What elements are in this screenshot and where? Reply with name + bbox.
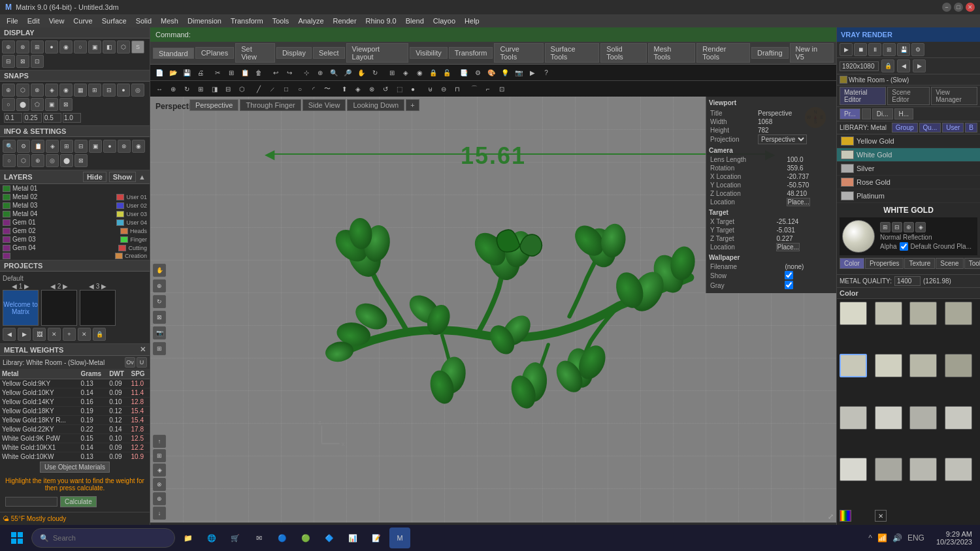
menu-edit[interactable]: Edit	[24, 16, 44, 25]
swatch-4[interactable]	[945, 302, 972, 325]
taskbar-app1[interactable]: 🔵	[272, 527, 293, 548]
tb2-array[interactable]: ⊟	[221, 82, 235, 95]
use-object-materials-btn[interactable]: Use Object Materials	[40, 462, 110, 473]
snap-val-3[interactable]	[43, 113, 61, 123]
swatch-12[interactable]	[945, 406, 972, 430]
display-tool-5[interactable]: ◉	[59, 40, 73, 54]
layer-row-metal02[interactable]: Metal 02 User 01	[0, 193, 150, 201]
wg-prop-tools[interactable]: Tools	[964, 258, 980, 269]
tb2-extrude[interactable]: ⬆	[338, 82, 351, 95]
vp-nav-5[interactable]: ⊕	[153, 492, 166, 505]
view-tab-side-view[interactable]: Side View	[302, 99, 346, 111]
layer-row-gem03[interactable]: Gem 03 Finger	[0, 235, 150, 244]
info-tool-9[interactable]: ⊗	[118, 140, 131, 153]
vp-nav-6[interactable]: ↓	[153, 507, 166, 520]
maximize-button[interactable]: □	[954, 3, 963, 12]
tb2-move[interactable]: ↔	[153, 82, 166, 95]
project-thumb-2[interactable]	[41, 290, 77, 326]
tb-lock[interactable]: 🔒	[427, 66, 440, 79]
snap-13[interactable]: ⬠	[31, 98, 44, 111]
project-fwd-btn[interactable]: ▶	[18, 328, 31, 341]
tb-cut[interactable]: ✂	[211, 66, 224, 79]
tb-grid[interactable]: ⊞	[385, 66, 399, 79]
info-tool-3[interactable]: 📋	[31, 140, 44, 153]
search-input[interactable]	[53, 534, 151, 542]
vray-settings-btn[interactable]: ⚙	[911, 43, 924, 56]
lib-b-btn[interactable]: B	[965, 123, 977, 133]
tb-help-icon[interactable]: ?	[540, 66, 553, 79]
display-tool-2[interactable]: ⊗	[16, 40, 29, 54]
color-picker-icon[interactable]	[840, 510, 851, 522]
taskbar-app5[interactable]: 📝	[366, 527, 387, 548]
menu-mesh[interactable]: Mesh	[157, 16, 182, 25]
tb-zoom-ext[interactable]: ⊕	[314, 66, 327, 79]
menu-tools[interactable]: Tools	[269, 16, 293, 25]
swatch-8[interactable]	[945, 354, 972, 377]
tb2-revolve[interactable]: ↺	[379, 82, 392, 95]
mw-table-row[interactable]: Yellow Gold:18KY R...0.190.1215.4	[0, 416, 150, 425]
nav-ext-icon[interactable]: ⊠	[153, 311, 166, 324]
nav-rotate-icon[interactable]: ↻	[153, 295, 166, 308]
swatch-11[interactable]	[909, 406, 937, 430]
tab-new-in-v5[interactable]: New in V5	[790, 43, 834, 63]
tb-redo[interactable]: ↪	[283, 66, 296, 79]
menu-dimension[interactable]: Dimension	[184, 16, 225, 25]
tb2-copy2[interactable]: ⊕	[167, 82, 180, 95]
view-tab-looking-down[interactable]: Looking Down	[347, 99, 404, 111]
tb-prop[interactable]: ⚙	[471, 66, 484, 79]
tab-cplanes[interactable]: CPlanes	[195, 47, 235, 59]
vray-save-btn[interactable]: 💾	[897, 43, 910, 56]
tab-standard[interactable]: Standard	[153, 48, 194, 59]
swatch-15[interactable]	[909, 458, 937, 481]
layer-row-creation[interactable]: Creation	[0, 252, 150, 260]
swatch-13[interactable]	[840, 458, 867, 481]
layers-show-btn[interactable]: Show	[109, 172, 136, 182]
tab-solid-tools[interactable]: Solid Tools	[600, 43, 646, 63]
view-tab-perspective[interactable]: Perspective	[189, 99, 238, 111]
nav-cam-icon[interactable]: 📷	[153, 326, 166, 339]
snap-8[interactable]: ⊟	[103, 84, 116, 97]
info-tool-13[interactable]: ⊕	[31, 154, 44, 167]
search-box[interactable]: 🔍	[31, 528, 175, 548]
show-checkbox[interactable]	[785, 271, 793, 279]
info-tool-16[interactable]: ⊠	[74, 154, 88, 167]
swatch-7[interactable]	[909, 354, 937, 377]
mw-table-row[interactable]: White Gold:10KW0.130.0910.9	[0, 452, 150, 460]
info-tool-7[interactable]: ▣	[89, 140, 102, 153]
tb2-line[interactable]: ╱	[252, 82, 265, 95]
place-btn[interactable]: Place...	[787, 198, 809, 206]
lib-user-btn[interactable]: User	[942, 123, 964, 133]
info-tool-8[interactable]: ●	[103, 140, 116, 153]
me-tab-di[interactable]: Di...	[872, 108, 893, 119]
calculate-btn[interactable]: Calculate	[60, 496, 97, 507]
mw-user-btn[interactable]: U	[137, 357, 147, 368]
command-input[interactable]	[191, 31, 831, 39]
tab-surface-tools[interactable]: Surface Tools	[545, 43, 600, 63]
tb-rotate[interactable]: ↻	[368, 66, 382, 79]
mw-table-row[interactable]: Yellow Gold:18KY0.190.1215.4	[0, 407, 150, 416]
mat-white-gold[interactable]: White Gold	[837, 148, 980, 162]
taskbar-mail[interactable]: ✉	[248, 527, 269, 548]
vp-nav-4[interactable]: ⊗	[153, 478, 166, 491]
tb2-sphere[interactable]: ●	[406, 82, 419, 95]
swatch-9[interactable]	[840, 406, 867, 430]
info-tool-12[interactable]: ⬡	[17, 154, 30, 167]
vp-nav-3[interactable]: ◈	[153, 464, 166, 477]
tb-osnap[interactable]: ◉	[413, 66, 426, 79]
tb-zoom-in[interactable]: 🔍	[327, 66, 340, 79]
tb2-chamfer[interactable]: ⌐	[482, 82, 495, 95]
menu-help[interactable]: Help	[461, 16, 483, 25]
tb-print[interactable]: 🖨	[194, 66, 207, 79]
tb2-offset[interactable]: ⊡	[495, 82, 508, 95]
display-tool-11[interactable]: ⊠	[16, 55, 29, 68]
tab-mesh-tools[interactable]: Mesh Tools	[648, 43, 696, 63]
snap-val-2[interactable]	[24, 113, 42, 123]
mw-table-row[interactable]: White Gold:9K PdW0.150.1012.5	[0, 434, 150, 443]
vp-projection-select[interactable]: Perspective	[758, 134, 807, 144]
tab-display[interactable]: Display	[276, 47, 312, 59]
calc-input[interactable]	[5, 497, 57, 507]
gray-checkbox[interactable]	[785, 281, 793, 289]
snap-9[interactable]: ●	[117, 84, 130, 97]
mat-platinum[interactable]: Platinum	[837, 189, 980, 203]
wg-prop-texture[interactable]: Texture	[904, 258, 935, 269]
